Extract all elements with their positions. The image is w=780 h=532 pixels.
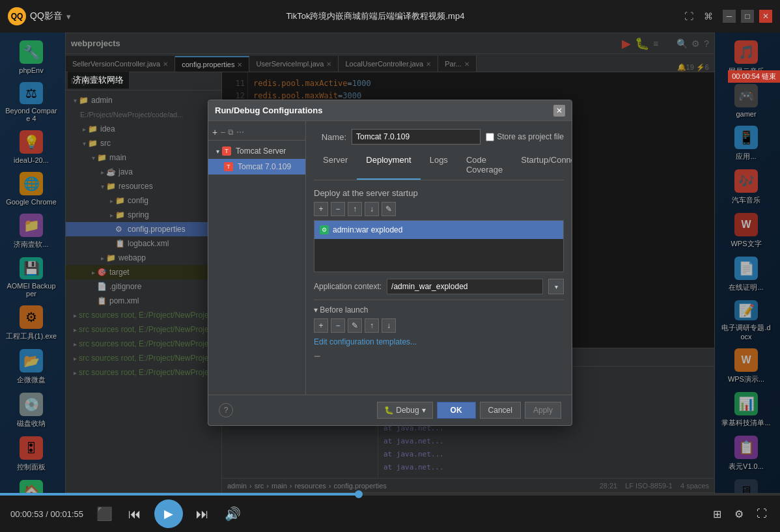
before-launch-section: ▾ Before launch + − ✎ ↑ ↓ Edit configura… (314, 300, 564, 363)
right-controls: ⊞ ⚙ ⛶ (710, 505, 770, 523)
deployment-section: Deploy at the server startup + − ↑ ↓ ✎ ⚙… (314, 188, 564, 272)
maximize-button[interactable]: □ (741, 10, 754, 23)
ok-button[interactable]: OK (437, 402, 476, 419)
stop-button[interactable]: ⬛ (94, 503, 115, 524)
config-label: Tomcat Server (236, 147, 286, 156)
tray-icon-2[interactable]: ⌘ (699, 7, 717, 25)
deploy-add-btn[interactable]: + (314, 202, 328, 216)
store-label: Store as project file (486, 132, 564, 141)
volume-button[interactable]: 🔊 (222, 503, 244, 524)
play-button[interactable]: ▶ (154, 499, 183, 528)
debug-btn-arrow: ▾ (422, 406, 426, 415)
dialog-tab-logs[interactable]: Logs (421, 151, 457, 180)
context-input[interactable] (387, 279, 543, 294)
config-tomcat-version[interactable]: T Tomcat 7.0.109 (208, 159, 305, 175)
dialog-footer: ? 🐛 Debug ▾ OK Cancel Apply (208, 395, 572, 425)
dialog-tab-deployment[interactable]: Deployment (357, 151, 420, 180)
launch-remove-btn[interactable]: − (331, 318, 345, 333)
timer-overlay: 00:00:54 链束 (728, 70, 780, 83)
deploy-list: ⚙ admin:war exploded (314, 220, 564, 272)
launch-add-btn[interactable]: + (314, 318, 328, 333)
config-version-label: Tomcat 7.0.109 (238, 162, 291, 171)
progress-thumb[interactable] (355, 490, 363, 498)
progress-bar[interactable] (0, 493, 780, 496)
taskbar: 00:00:53 / 00:01:55 ⬛ ⏮ ▶ ⏭ 🔊 ⊞ ⚙ ⛶ (0, 493, 780, 532)
config-more-btn[interactable]: ⋯ (236, 128, 244, 137)
dialog-close-button[interactable]: ✕ (553, 105, 565, 117)
dialog-title: Run/Debug Configurations (215, 105, 322, 115)
close-button[interactable]: ✕ (759, 10, 772, 23)
watermark: 济南壹软网络 (68, 72, 129, 89)
top-bar: QQ QQ影音 ▾ TikTok跨境内嵌商城前端后端编译教程视频.mp4 ⛶ ⌘… (0, 0, 780, 33)
store-text: Store as project file (497, 132, 564, 141)
launch-down-btn[interactable]: ↓ (382, 318, 396, 333)
video-title: TikTok跨境内嵌商城前端后端编译教程视频.mp4 (71, 10, 680, 22)
before-launch-toolbar: + − ✎ ↑ ↓ (314, 318, 564, 333)
store-checkbox[interactable] (486, 133, 494, 141)
prev-button[interactable]: ⏮ (126, 504, 144, 524)
name-input[interactable] (352, 129, 481, 145)
launch-up-btn[interactable]: ↑ (365, 318, 379, 333)
context-dropdown-btn[interactable]: ▾ (548, 279, 564, 294)
run-debug-dialog: Run/Debug Configurations ✕ + − ⧉ ⋯ (208, 100, 572, 426)
fullscreen-button[interactable]: ⛶ (754, 505, 770, 522)
launch-edit-btn[interactable]: ✎ (348, 318, 362, 333)
config-toolbar: + − ⧉ ⋯ (208, 124, 305, 141)
help-button[interactable]: ? (219, 403, 233, 417)
dialog-tabs: Server Deployment Logs Code Coverage Sta… (314, 151, 564, 180)
deploy-toolbar: + − ↑ ↓ ✎ (314, 202, 564, 216)
debug-button[interactable]: 🐛 Debug ▾ (377, 402, 433, 419)
dialog-tab-startup[interactable]: Startup/Connection (512, 151, 572, 180)
context-row: Application context: ▾ (314, 279, 564, 294)
window-controls: ⛶ ⌘ ─ □ ✕ (680, 7, 772, 25)
dialog-tab-server[interactable]: Server (314, 151, 357, 180)
tray-icons: ⛶ ⌘ (680, 7, 717, 25)
screenshot-button[interactable]: ⊞ (710, 505, 724, 523)
name-label: Name: (314, 132, 346, 142)
before-launch-expand[interactable]: − (314, 350, 321, 363)
deploy-up-btn[interactable]: ↑ (348, 202, 362, 216)
config-copy-btn[interactable]: ⧉ (228, 128, 234, 137)
config-tomcat-server[interactable]: ▾ T Tomcat Server (208, 143, 305, 159)
next-button[interactable]: ⏭ (193, 504, 212, 524)
config-tree: ▾ T Tomcat Server T Tomcat 7.0.109 (208, 141, 305, 177)
deploy-item-war[interactable]: ⚙ admin:war exploded (314, 221, 563, 239)
time-display: 00:00:53 / 00:01:55 (10, 509, 83, 519)
debug-btn-label: 🐛 Debug (384, 406, 419, 415)
deploy-at-startup-label: Deploy at the server startup (314, 188, 564, 198)
tray-icon-1[interactable]: ⛶ (680, 7, 698, 25)
deploy-edit-btn[interactable]: ✎ (382, 202, 396, 216)
config-version-icon: T (224, 162, 233, 171)
dialog-tab-codecoverage[interactable]: Code Coverage (457, 151, 512, 180)
minimize-button[interactable]: ─ (723, 10, 736, 23)
deploy-down-btn[interactable]: ↓ (365, 202, 379, 216)
cancel-button[interactable]: Cancel (480, 402, 521, 419)
deploy-remove-btn[interactable]: − (331, 202, 345, 216)
before-launch-label: ▾ Before launch (314, 305, 564, 315)
dialog-left-panel: + − ⧉ ⋯ ▾ T Tomcat Server T Tomca (208, 121, 306, 395)
war-deploy-icon: ⚙ (320, 225, 329, 234)
dialog-main: + − ⧉ ⋯ ▾ T Tomcat Server T Tomca (208, 121, 572, 395)
controls-row: 00:00:53 / 00:01:55 ⬛ ⏮ ▶ ⏭ 🔊 ⊞ ⚙ ⛶ (0, 496, 780, 532)
app-branding: QQ QQ影音 ▾ (8, 7, 71, 25)
dialog-right-panel: Name: Store as project file Server Deplo… (306, 121, 572, 395)
desktop: 00:00:54 链束 济南壹软网络 🔧 phpEnv ⚖ Beyond Com… (0, 33, 780, 493)
dialog-title-bar: Run/Debug Configurations ✕ (208, 100, 572, 121)
qq-logo: QQ (8, 7, 26, 25)
progress-fill (0, 493, 359, 496)
edit-templates-link[interactable]: Edit configuration templates... (314, 337, 417, 346)
context-label: Application context: (314, 282, 382, 291)
config-arrow: ▾ (216, 148, 219, 155)
config-add-btn[interactable]: + (212, 127, 217, 137)
config-remove-btn[interactable]: − (220, 127, 225, 137)
config-tomcat-icon: T (222, 147, 231, 156)
settings-button[interactable]: ⚙ (732, 505, 746, 523)
deploy-item-label: admin:war exploded (333, 225, 402, 234)
app-title: QQ影音 (30, 10, 63, 22)
modal-overlay: Run/Debug Configurations ✕ + − ⧉ ⋯ (0, 33, 780, 493)
apply-button[interactable]: Apply (525, 402, 561, 419)
name-row: Name: Store as project file (314, 129, 564, 145)
app-menu-arrow[interactable]: ▾ (66, 12, 71, 21)
